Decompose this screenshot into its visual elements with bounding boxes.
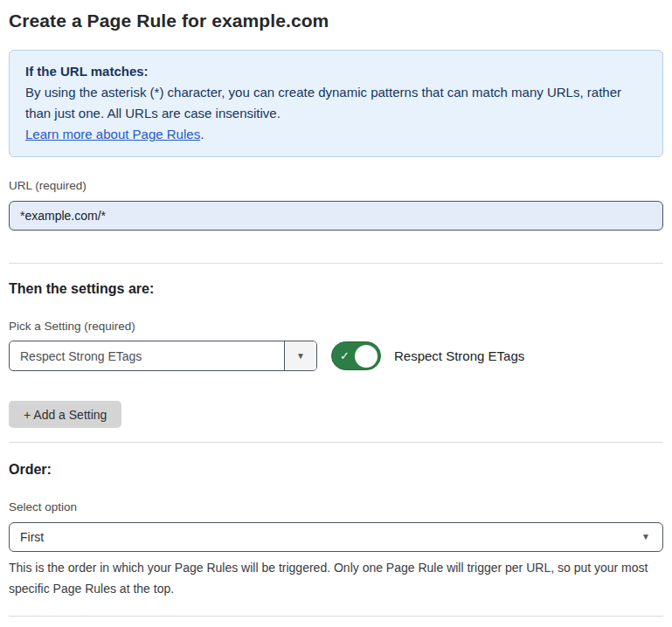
divider [9, 442, 663, 443]
toggle-knob [355, 345, 378, 368]
order-select[interactable]: First ▼ [9, 522, 663, 552]
info-box-link-line: Learn more about Page Rules. [25, 124, 647, 145]
page-title: Create a Page Rule for example.com [9, 9, 663, 33]
url-field-label: URL (required) [9, 178, 663, 194]
chevron-down-icon: ▼ [296, 352, 305, 361]
url-input[interactable] [9, 201, 663, 231]
chevron-down-icon: ▼ [641, 533, 650, 541]
setting-select-value: Respect Strong ETags [10, 341, 284, 370]
link-period: . [200, 127, 204, 141]
info-box-heading: If the URL matches: [25, 61, 647, 82]
respect-strong-etags-toggle[interactable]: ✓ [331, 341, 381, 370]
add-setting-button[interactable]: + Add a Setting [9, 401, 121, 428]
settings-section-heading: Then the settings are: [9, 280, 663, 298]
learn-more-link[interactable]: Learn more about Page Rules [25, 127, 200, 141]
setting-select[interactable]: Respect Strong ETags ▼ [9, 341, 317, 371]
order-select-label: Select option [9, 500, 663, 515]
divider [9, 263, 663, 264]
info-box-body: By using the asterisk (*) character, you… [25, 82, 647, 124]
setting-select-arrow-button[interactable]: ▼ [284, 341, 316, 370]
check-icon: ✓ [340, 350, 350, 362]
order-section-heading: Order: [9, 461, 663, 479]
divider [9, 616, 663, 617]
order-select-value: First [20, 530, 641, 544]
url-matches-info-box: If the URL matches: By using the asteris… [9, 50, 663, 157]
toggle-label: Respect Strong ETags [394, 348, 524, 363]
pick-setting-label: Pick a Setting (required) [9, 319, 663, 334]
setting-row: Respect Strong ETags ▼ ✓ Respect Strong … [9, 341, 663, 371]
order-help-text: This is the order in which your Page Rul… [9, 557, 663, 599]
